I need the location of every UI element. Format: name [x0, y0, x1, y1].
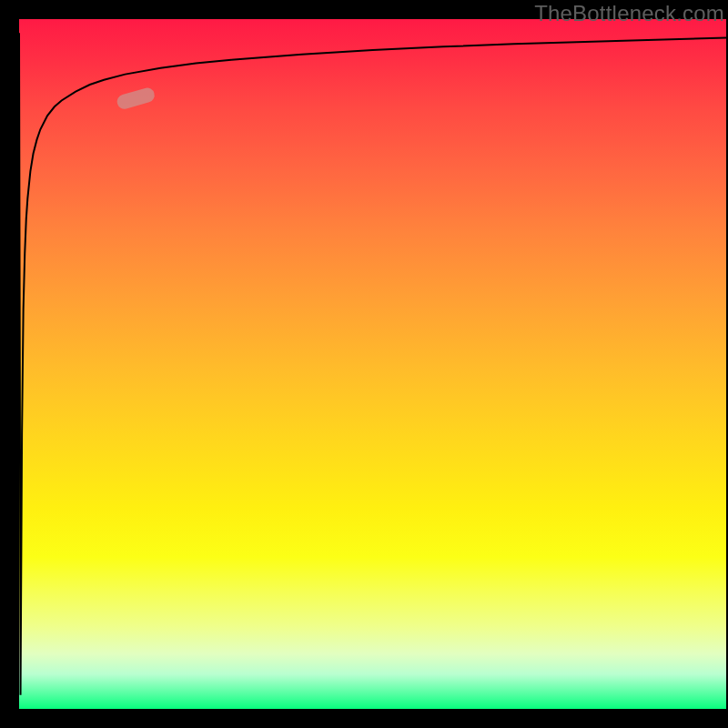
gradient-plot-area	[19, 19, 726, 709]
chart-frame: TheBottleneck.com	[0, 0, 728, 728]
watermark-text: TheBottleneck.com	[534, 1, 724, 26]
